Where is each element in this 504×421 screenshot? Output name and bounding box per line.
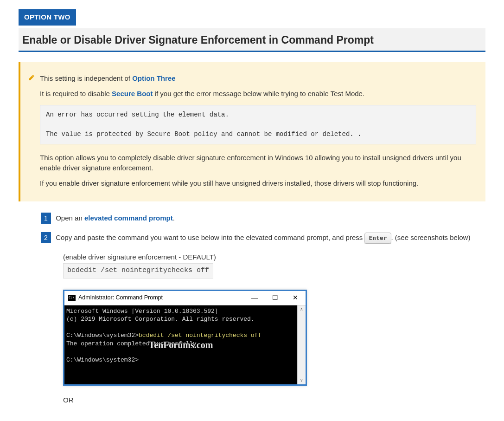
or-separator: OR (63, 395, 485, 406)
window-titlebar: Administrator: Command Prompt ― ☐ ✕ (64, 291, 306, 305)
step-text: . (see screenshots below) (391, 233, 471, 241)
step-text: Open an (56, 214, 84, 222)
step-1: 1 Open an elevated command prompt. (41, 213, 485, 224)
command-prompt-screenshot: Administrator: Command Prompt ― ☐ ✕ Micr… (63, 290, 307, 386)
note-text: It is required to disable (40, 90, 112, 97)
step-text: Copy and paste the command you want to u… (56, 233, 364, 241)
option-three-link[interactable]: Option Three (132, 74, 175, 82)
scroll-down-icon[interactable]: ∨ (298, 376, 306, 384)
option-tag: OPTION TWO (19, 9, 76, 26)
note-text: If you enable driver signature enforceme… (40, 178, 476, 189)
steps-list: 1 Open an elevated command prompt. 2 Cop… (41, 213, 485, 405)
enter-key: Enter (364, 233, 391, 244)
section-heading: Enable or Disable Driver Signature Enfor… (19, 28, 485, 52)
note-text: if you get the error message below while… (153, 90, 364, 97)
note-text: This setting is independent of (40, 74, 132, 82)
terminal-output: Microsoft Windows [Version 10.0.18363.59… (64, 305, 297, 384)
maximize-button[interactable]: ☐ (265, 291, 285, 305)
command-code: bcdedit /set nointegritychecks off (63, 263, 213, 279)
step-number: 1 (41, 213, 51, 224)
note-text: This option allows you to completely dis… (40, 153, 476, 174)
scrollbar[interactable]: ∧ ∨ (297, 305, 306, 384)
edit-note-icon (28, 74, 35, 84)
minimize-button[interactable]: ― (244, 291, 265, 305)
step-text: . (173, 214, 175, 222)
close-button[interactable]: ✕ (285, 291, 306, 305)
step-2: 2 Copy and paste the command you want to… (41, 232, 485, 244)
step-number: 2 (41, 232, 51, 243)
error-message-box: An error has occurred setting the elemen… (40, 105, 476, 144)
elevated-cmd-link[interactable]: elevated command prompt (84, 214, 173, 222)
command-label: (enable driver signature enforcement - D… (63, 252, 485, 263)
scroll-up-icon[interactable]: ∧ (298, 305, 306, 313)
secure-boot-link[interactable]: Secure Boot (112, 90, 153, 97)
window-title: Administrator: Command Prompt (78, 293, 244, 302)
command-block-1: (enable driver signature enforcement - D… (63, 252, 485, 279)
note-box: This setting is independent of Option Th… (19, 62, 485, 201)
cmd-icon (68, 295, 76, 301)
